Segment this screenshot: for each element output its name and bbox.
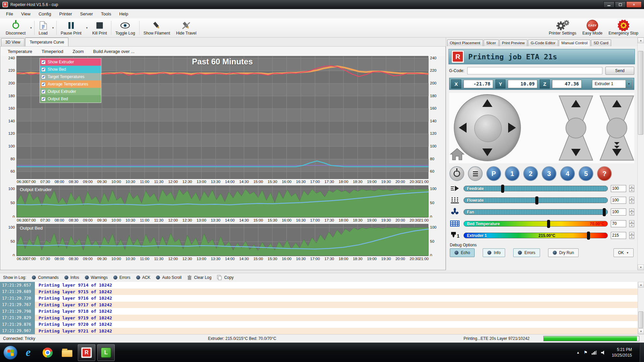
tab-manual-control[interactable]: Manual Control [559, 40, 590, 46]
extruder-temp-spinner[interactable]: ▲▼ [629, 232, 634, 239]
log-filter-commands[interactable]: Commands [32, 275, 58, 280]
extruder-temp-input[interactable] [611, 232, 626, 239]
info-toggle[interactable]: Info [483, 248, 505, 257]
fan-input[interactable] [611, 208, 626, 216]
fan-spinner[interactable]: ▲▼ [629, 208, 634, 216]
jog-y-plus-arrow[interactable] [482, 99, 492, 107]
ok-button[interactable]: OK▼ [613, 248, 634, 257]
preset-1-button[interactable]: 1 [505, 166, 520, 181]
log-filter-errors[interactable]: Errors [113, 275, 130, 280]
network-icon[interactable] [592, 351, 597, 355]
preset-4-button[interactable]: 4 [560, 166, 575, 181]
minimize-button[interactable] [603, 1, 614, 8]
tab-gcode-editor[interactable]: G-Code Editor [528, 40, 558, 46]
preset-2-button[interactable]: 2 [523, 166, 538, 181]
taskbar-chrome-button[interactable] [39, 344, 56, 361]
pause-dropdown-arrow[interactable]: ▼ [85, 26, 89, 29]
log-filter-warnings[interactable]: Warnings [85, 275, 108, 280]
scroll-down-arrow[interactable]: ▼ [638, 264, 644, 270]
menu-server[interactable]: Server [76, 10, 97, 18]
log-filter-auto-scroll[interactable]: Auto Scroll [156, 275, 181, 280]
copy-button[interactable]: Copy [217, 275, 233, 280]
legend-item[interactable]: ✔Average Temperatures [40, 80, 101, 88]
menu-build-average[interactable]: Build Average over ... [89, 47, 139, 56]
taskbar-ie-button[interactable]: e [19, 344, 37, 361]
start-button[interactable] [3, 346, 17, 360]
taskbar-green-app-button[interactable]: L [97, 344, 115, 361]
menu-file[interactable]: File [2, 10, 17, 18]
fan-slider-thumb[interactable] [603, 208, 606, 216]
tab-print-preview[interactable]: Print Preview [499, 40, 528, 46]
menu-help[interactable]: Help [115, 10, 132, 18]
menu-view[interactable]: View [17, 10, 35, 18]
legend-item[interactable]: ✔Output Bed [40, 95, 101, 103]
scroll-up-arrow[interactable]: ▲ [638, 38, 644, 43]
log-scrollbar[interactable]: ▲ ▼ [638, 282, 644, 334]
output-extruder-chart[interactable]: Output Extruder [16, 185, 428, 218]
flowrate-slider[interactable]: Flowrate [464, 197, 608, 203]
legend-checkbox[interactable]: ✔ [41, 97, 46, 101]
load-button[interactable]: Load [36, 19, 51, 37]
taskbar-repetier-button[interactable]: R [78, 344, 95, 361]
menu-printer[interactable]: Printer [55, 10, 76, 18]
preset-5-button[interactable]: 5 [579, 166, 593, 181]
disconnect-dropdown-arrow[interactable]: ▼ [29, 26, 33, 29]
show-filament-button[interactable]: Show Filament [141, 19, 173, 37]
close-button[interactable]: × [626, 1, 642, 8]
volume-icon[interactable] [601, 351, 606, 355]
printer-settings-button[interactable]: Printer Settings [546, 19, 579, 37]
tab-slicer[interactable]: Slicer [484, 40, 499, 46]
park-button[interactable]: P [486, 166, 501, 181]
help-button[interactable]: ? [597, 166, 612, 181]
output-bed-chart[interactable]: Output Bed [16, 224, 428, 256]
flowrate-spinner[interactable]: ▲▼ [629, 197, 634, 204]
extruder-temperature-slider[interactable]: Extruder 1 215.00°C [464, 233, 608, 238]
legend-checkbox[interactable]: ✔ [41, 82, 46, 86]
scrollbar-thumb[interactable] [638, 51, 643, 135]
extruder-select[interactable]: Extruder 1 ▼ [592, 80, 632, 88]
tab-object-placement[interactable]: Object Placement [447, 40, 483, 46]
fan-slider[interactable]: Fan [464, 209, 608, 215]
feedrate-input[interactable] [611, 185, 626, 192]
tab-sd-card[interactable]: SD Card [591, 40, 611, 46]
maximize-button[interactable] [615, 1, 626, 8]
preset-3-button[interactable]: 3 [542, 166, 556, 181]
power-button[interactable] [449, 166, 464, 181]
action-center-flag-icon[interactable]: ⚑ [584, 350, 588, 355]
scroll-down-arrow[interactable]: ▼ [638, 328, 644, 334]
legend-item[interactable]: ✔Show Bed [40, 66, 101, 73]
bed-temp-spinner[interactable]: ▲▼ [629, 220, 634, 227]
legend-item[interactable]: ✔Output Extruder [40, 88, 101, 95]
tab-3d-view[interactable]: 3D View [1, 38, 24, 46]
load-dropdown-arrow[interactable]: ▼ [51, 26, 55, 29]
menu-temperature[interactable]: Temperature [4, 47, 36, 56]
legend-checkbox[interactable]: ✔ [41, 75, 46, 79]
log-list[interactable]: 17:21:29.657Printing layer 9714 of 10242… [0, 282, 644, 334]
flowrate-slider-thumb[interactable] [535, 196, 538, 204]
menu-timeperiod[interactable]: Timeperiod [38, 47, 67, 56]
bed-temp-input[interactable] [611, 220, 626, 227]
feedrate-slider[interactable]: Feedrate [464, 186, 608, 191]
extruder-slider-thumb[interactable] [587, 232, 590, 240]
menu-tools[interactable]: Tools [97, 10, 115, 18]
bed-slider-thumb[interactable] [547, 220, 550, 228]
jog-x-minus-arrow[interactable] [459, 123, 467, 133]
emergency-stop-button[interactable]: Emergency Stop [605, 19, 641, 37]
pause-print-button[interactable]: Pause Print [58, 19, 85, 37]
z-jog-control[interactable] [557, 95, 595, 163]
toggle-log-button[interactable]: Toggle Log [112, 19, 138, 37]
jog-center-knob[interactable] [474, 115, 502, 142]
legend-item[interactable]: ✔Target Temperatures [40, 73, 101, 80]
gcode-input[interactable] [467, 67, 602, 74]
tab-temperature-curve[interactable]: Temperature Curve [25, 38, 68, 46]
home-button[interactable] [450, 148, 465, 162]
log-filter-ack[interactable]: ACK [136, 275, 151, 280]
feedrate-spinner[interactable]: ▲▼ [629, 185, 634, 192]
menu-config[interactable]: Config [35, 10, 55, 18]
extruder-jog-control[interactable] [598, 95, 636, 163]
legend-checkbox[interactable]: ✔ [41, 60, 46, 64]
legend-checkbox[interactable]: ✔ [41, 67, 46, 72]
dry-run-toggle[interactable]: Dry Run [548, 248, 579, 257]
tray-expand-icon[interactable]: ▲ [576, 351, 580, 354]
motors-off-button[interactable] [468, 166, 483, 181]
